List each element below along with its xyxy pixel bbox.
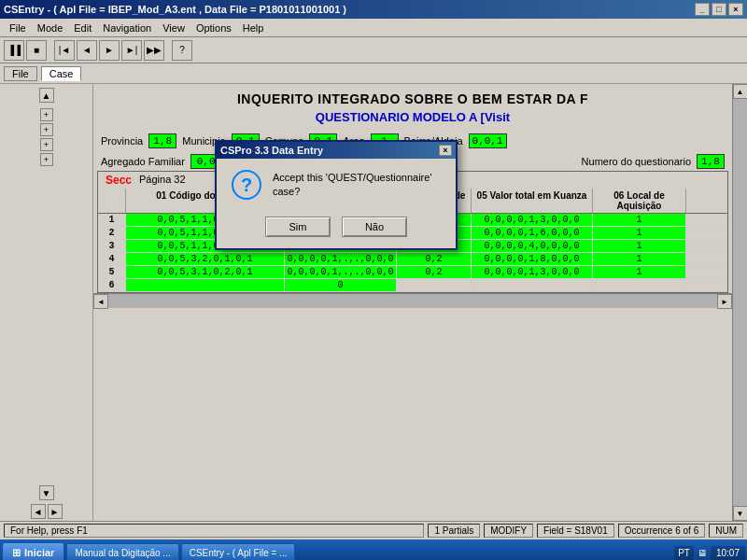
survey-form: INQUERITO INTEGRADO SOBRE O BEM ESTAR DA… bbox=[93, 84, 732, 521]
modal-content: ? Accept this 'QUEST/Questionnaire' case… bbox=[217, 159, 456, 211]
start-button[interactable]: ⊞ Iniciar bbox=[2, 542, 64, 560]
toolbar-btn-last[interactable]: ►| bbox=[121, 40, 142, 61]
maximize-button[interactable]: □ bbox=[712, 3, 726, 16]
toolbar-btn-help[interactable]: ? bbox=[172, 40, 192, 61]
toolbar-btn-stop[interactable]: ■ bbox=[26, 40, 47, 61]
toolbar-btn-pause[interactable]: ▐▐ bbox=[4, 40, 24, 61]
menu-edit[interactable]: Edit bbox=[68, 21, 97, 35]
modal-dialog: CSPro 3.3 Data Entry × ? Accept this 'QU… bbox=[215, 140, 458, 250]
network-icon: 🖥 bbox=[698, 548, 707, 558]
main-area: ▲ + + + + ▼ ◄ ► INQUERITO INTEGRADO SOBR… bbox=[0, 84, 747, 521]
modal-overlay: CSPro 3.3 Data Entry × ? Accept this 'QU… bbox=[93, 84, 732, 521]
status-field: Field = S18V01 bbox=[537, 524, 614, 538]
menu-help[interactable]: Help bbox=[237, 21, 270, 35]
sidebar-scroll-up[interactable]: ▲ bbox=[39, 88, 54, 103]
taskbar-right: PT 🖥 10:07 bbox=[674, 546, 745, 560]
taskbar-language: PT bbox=[674, 546, 694, 560]
dialog-no-button[interactable]: Não bbox=[342, 217, 407, 237]
modal-close-button[interactable]: × bbox=[439, 145, 452, 156]
taskbar-time: 10:07 bbox=[711, 546, 745, 560]
v-scroll-track[interactable] bbox=[733, 99, 748, 506]
tab-file[interactable]: File bbox=[4, 66, 37, 81]
status-help: For Help, press F1 bbox=[4, 524, 424, 538]
left-sidebar: ▲ + + + + ▼ ◄ ► bbox=[0, 84, 93, 521]
menu-mode[interactable]: Mode bbox=[32, 21, 69, 35]
sidebar-nav-group: + + + + bbox=[40, 108, 53, 166]
menu-file[interactable]: File bbox=[4, 21, 32, 35]
close-button[interactable]: × bbox=[728, 3, 743, 16]
menu-navigation[interactable]: Navigation bbox=[97, 21, 157, 35]
title-bar: CSEntry - ( Apl File = IBEP_Mod_A3.ent ,… bbox=[0, 0, 747, 19]
taskbar-item-csentry[interactable]: CSEntry - ( Apl File = ... bbox=[181, 543, 296, 560]
modal-question-icon: ? bbox=[232, 170, 261, 200]
start-label: Iniciar bbox=[24, 547, 54, 558]
v-scroll-up[interactable]: ▲ bbox=[733, 84, 748, 99]
sidebar-scroll-left[interactable]: ◄ bbox=[31, 504, 46, 519]
windows-logo-icon: ⊞ bbox=[12, 547, 21, 559]
modal-message: Accept this 'QUEST/Questionnaire' case? bbox=[273, 171, 441, 200]
toolbar-btn-first[interactable]: |◄ bbox=[54, 40, 75, 61]
status-bar: For Help, press F1 1 Partials MODIFY Fie… bbox=[0, 521, 747, 539]
status-modify: MODIFY bbox=[484, 524, 533, 538]
tab-case[interactable]: Case bbox=[41, 66, 82, 81]
sub-toolbar: File Case bbox=[0, 63, 747, 84]
sidebar-scroll-right[interactable]: ► bbox=[48, 504, 63, 519]
sidebar-expand-1[interactable]: + bbox=[40, 108, 53, 121]
dialog-yes-button[interactable]: Sim bbox=[265, 217, 331, 237]
content-area: INQUERITO INTEGRADO SOBRE O BEM ESTAR DA… bbox=[93, 84, 732, 521]
sidebar-expand-3[interactable]: + bbox=[40, 138, 53, 151]
sidebar-scroll-down[interactable]: ▼ bbox=[39, 485, 54, 500]
menu-options[interactable]: Options bbox=[190, 21, 237, 35]
toolbar: ▐▐ ■ |◄ ◄ ► ►| ▶▶ ? bbox=[0, 37, 747, 63]
v-scrollbar: ▲ ▼ bbox=[732, 84, 747, 521]
menu-view[interactable]: View bbox=[157, 21, 190, 35]
toolbar-btn-next[interactable]: ► bbox=[99, 40, 120, 61]
status-partials: 1 Partials bbox=[428, 524, 480, 538]
toolbar-btn-prev[interactable]: ◄ bbox=[77, 40, 97, 61]
taskbar: ⊞ Iniciar Manual da Digitação ... CSEntr… bbox=[0, 539, 747, 560]
toolbar-btn-advance[interactable]: ▶▶ bbox=[144, 40, 164, 61]
modal-title: CSPro 3.3 Data Entry bbox=[220, 145, 323, 156]
sidebar-expand-4[interactable]: + bbox=[40, 153, 53, 166]
sidebar-expand-2[interactable]: + bbox=[40, 123, 53, 136]
modal-title-bar: CSPro 3.3 Data Entry × bbox=[217, 142, 456, 159]
window-title: CSEntry - ( Apl File = IBEP_Mod_A3.ent ,… bbox=[4, 4, 346, 15]
modal-buttons: Sim Não bbox=[217, 211, 456, 248]
window-controls: _ □ × bbox=[695, 3, 743, 16]
menu-bar: File Mode Edit Navigation View Options H… bbox=[0, 19, 747, 37]
minimize-button[interactable]: _ bbox=[695, 3, 710, 16]
status-num: NUM bbox=[709, 524, 743, 538]
v-scroll-down[interactable]: ▼ bbox=[733, 506, 748, 521]
status-occurrence: Occurrence 6 of 6 bbox=[618, 524, 705, 538]
taskbar-item-manual[interactable]: Manual da Digitação ... bbox=[66, 543, 178, 560]
